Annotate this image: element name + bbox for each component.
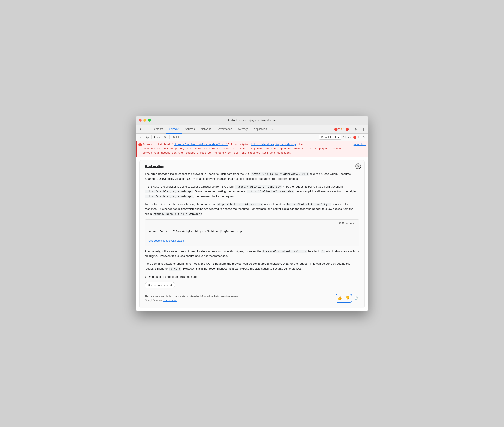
- issues-count: 1: [358, 136, 359, 139]
- warn-icon: ⚠: [340, 128, 343, 131]
- filter-label: Filter: [176, 136, 182, 139]
- sidebar-toggle-button[interactable]: ▪: [138, 134, 143, 140]
- tab-sources[interactable]: Sources: [182, 125, 198, 134]
- title-bar: DevTools - bubble-jingle.web.app/search: [136, 115, 368, 125]
- info-button[interactable]: 🕐: [353, 295, 359, 302]
- toolbar-divider-1: [151, 135, 152, 139]
- tab-performance[interactable]: Performance: [214, 125, 235, 134]
- more-tabs-button[interactable]: »: [270, 128, 275, 131]
- explanation-title: Explanation: [145, 165, 359, 169]
- no-cors-code: no-cors: [169, 267, 182, 271]
- wildcard-code: *: [321, 250, 325, 253]
- close-traffic-light[interactable]: [139, 119, 142, 122]
- learn-more-link[interactable]: Learn more: [163, 299, 177, 302]
- origin-code-5: https://bubble-jingle.web.app: [153, 213, 201, 216]
- tab-bar-right: 🔴 2 ⚠ 1 🔴 1 ⚙ ⋮: [334, 126, 366, 132]
- issue-count: 1: [349, 128, 351, 131]
- error-icon: 🔴: [334, 128, 338, 131]
- filter-icon: ⊘: [173, 136, 175, 139]
- tab-console[interactable]: Console: [166, 125, 182, 134]
- settings-icon[interactable]: ⚙: [353, 126, 359, 132]
- code-block-header: ⧉ Copy code: [145, 220, 359, 227]
- url-code-1: https://hello-io-24.deno.dev/?lvl=1: [251, 173, 309, 176]
- feedback-icons: 👍 👎 🕐: [336, 294, 359, 303]
- header-code-1: Access-Control-Allow-Origin: [286, 203, 331, 206]
- origin-code-3: https://hello-io-24.deno.dev: [247, 190, 294, 193]
- explanation-paragraph-4: Alternatively, if the server does not ne…: [145, 249, 359, 259]
- toolbar-divider-2: [169, 135, 170, 139]
- origin-code-2: https://bubble-jingle.web.app: [145, 190, 193, 193]
- context-selector[interactable]: top ▾: [153, 135, 161, 139]
- tab-memory[interactable]: Memory: [235, 125, 251, 134]
- device-toolbar-icon[interactable]: ▭: [143, 127, 149, 132]
- eye-icon-button[interactable]: 👁: [163, 134, 168, 140]
- traffic-lights: [139, 119, 151, 122]
- console-toolbar: ▪ ⊘ top ▾ 👁 ⊘ Filter Default levels ▾ 1 …: [136, 134, 368, 141]
- default-levels-selector[interactable]: Default levels ▾: [319, 135, 341, 140]
- disclaimer-text: This feature may display inaccurate or o…: [145, 295, 238, 302]
- inspector-icon[interactable]: ⊞: [138, 127, 143, 132]
- feedback-disclaimer-text: This feature may display inaccurate or o…: [145, 295, 244, 302]
- context-label: top: [154, 136, 158, 139]
- code-snippet-text: Access-Control-Allow-Origin: https://bub…: [145, 227, 359, 237]
- close-explanation-button[interactable]: ×: [355, 163, 361, 169]
- explanation-paragraph-2: In this case, the browser is trying to a…: [145, 184, 359, 199]
- devtools-window: DevTools - bubble-jingle.web.app/search …: [136, 115, 368, 311]
- devtools-tab-bar: ⊞ ▭ Elements Console Sources Network Per…: [136, 125, 368, 134]
- chevron-down-icon-2: ▾: [338, 136, 339, 139]
- explanation-body: The error message indicates that the bro…: [145, 172, 359, 304]
- data-used-label: Data used to understand this message: [148, 274, 197, 279]
- issues-label: 1 Issue:: [343, 136, 352, 139]
- error-source-link[interactable]: search:1: [354, 143, 366, 146]
- thumbs-down-button[interactable]: 👎: [344, 295, 352, 302]
- issues-error-icon: 🔴: [353, 136, 357, 139]
- issues-badge[interactable]: 1 Issue: 🔴 1: [343, 136, 359, 139]
- more-options-icon[interactable]: ⋮: [360, 126, 366, 132]
- resolve-code-1: https://hello-io-24.deno.dev: [217, 203, 263, 206]
- error-count-badge[interactable]: 🔴 2 ⚠ 1 🔴 1: [334, 128, 351, 131]
- error-text-mid: ' from origin ': [228, 143, 251, 146]
- code-snippet-value: Access-Control-Allow-Origin: https://bub…: [148, 230, 242, 233]
- code-block: ⧉ Copy code Access-Control-Allow-Origin:…: [145, 219, 359, 246]
- chevron-down-icon: ▾: [158, 136, 160, 139]
- tab-network[interactable]: Network: [198, 125, 214, 134]
- data-used-row[interactable]: ▶ Data used to understand this message: [145, 274, 359, 279]
- console-content: 🔴 Access to fetch at 'https://hello-io-2…: [136, 141, 368, 311]
- use-search-button[interactable]: Use search instead: [145, 282, 175, 288]
- toolbar-right: Default levels ▾ 1 Issue: 🔴 1 ⚙: [319, 134, 366, 140]
- origin-code-4: https://bubble-jingle.web.app: [145, 195, 193, 198]
- filter-button[interactable]: ⊘ Filter: [171, 135, 184, 139]
- error-indicator-icon: 🔴: [138, 143, 142, 147]
- copy-code-button[interactable]: ⧉ Copy code: [337, 221, 356, 225]
- copy-icon: ⧉: [339, 221, 341, 225]
- explanation-paragraph-1: The error message indicates that the bro…: [145, 172, 359, 181]
- tab-application[interactable]: Application: [251, 125, 270, 134]
- clear-console-button[interactable]: ⊘: [144, 134, 150, 140]
- explanation-paragraph-3: To resolve this issue, the server hostin…: [145, 202, 359, 216]
- error-message-text: Access to fetch at 'https://hello-io-24.…: [142, 143, 351, 155]
- error-url-link-2[interactable]: https://bubble-jingle.web.app: [251, 143, 296, 146]
- error-url-link-1[interactable]: https://hello-io-24.deno.dev/?lvl=1: [173, 143, 228, 146]
- error-count: 2: [338, 128, 340, 131]
- use-search-label: Use search instead: [148, 283, 172, 287]
- triangle-right-icon: ▶: [145, 275, 146, 279]
- thumbs-up-button[interactable]: 👍: [336, 295, 344, 302]
- header-code-2: Access-Control-Allow-Origin: [262, 250, 307, 253]
- issue-icon: 🔴: [345, 128, 349, 131]
- tab-elements[interactable]: Elements: [149, 125, 166, 134]
- window-title: DevTools - bubble-jingle.web.app/search: [227, 119, 277, 122]
- caution-link[interactable]: Use code snippets with caution: [148, 239, 356, 243]
- console-settings-button[interactable]: ⚙: [361, 134, 366, 140]
- origin-code-1: https://hello-io-24.deno.dev: [235, 185, 282, 189]
- error-row: 🔴 Access to fetch at 'https://hello-io-2…: [136, 141, 368, 157]
- minimize-traffic-light[interactable]: [143, 119, 146, 122]
- feedback-bar: This feature may display inaccurate or o…: [145, 291, 359, 304]
- explanation-panel: Explanation × The error message indicate…: [139, 160, 365, 308]
- explanation-paragraph-5: If the server is unable or unwilling to …: [145, 261, 359, 271]
- maximize-traffic-light[interactable]: [148, 119, 151, 122]
- thumbs-feedback-group: 👍 👎: [336, 294, 352, 303]
- copy-code-label: Copy code: [342, 222, 355, 225]
- warn-count: 1: [343, 128, 345, 131]
- error-text-before: Access to fetch at ': [142, 143, 173, 146]
- default-levels-label: Default levels: [321, 136, 337, 139]
